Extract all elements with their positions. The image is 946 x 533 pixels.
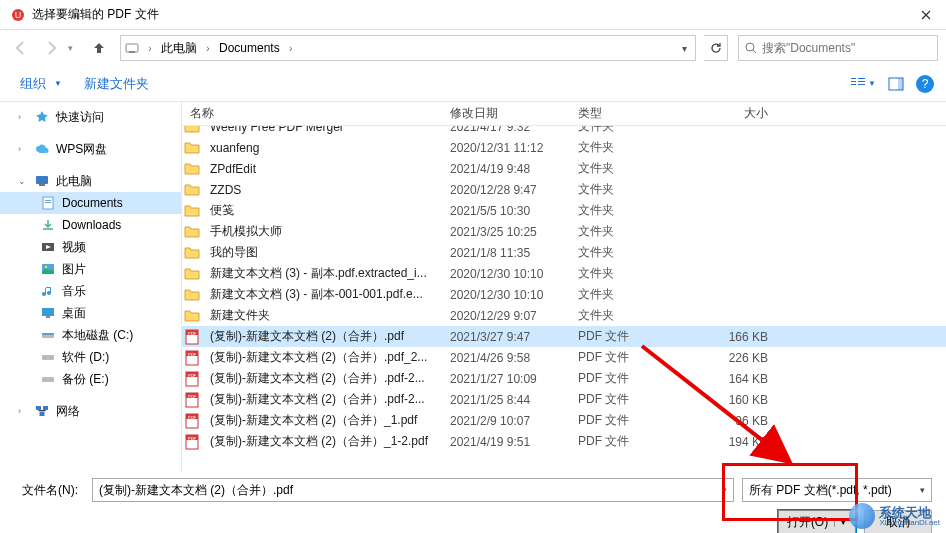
search-input[interactable]: [762, 41, 931, 55]
sidebar-item-diskc[interactable]: 本地磁盘 (C:): [0, 324, 181, 346]
chevron-down-icon[interactable]: ▼: [834, 518, 847, 527]
window-title: 选择要编辑的 PDF 文件: [32, 6, 906, 23]
close-button[interactable]: [906, 0, 946, 30]
drive-icon: [40, 327, 56, 343]
svg-rect-8: [858, 78, 865, 79]
sidebar-item-thispc[interactable]: ⌄此电脑: [0, 170, 181, 192]
folder-icon: [182, 126, 202, 135]
file-row[interactable]: xuanfeng2020/12/31 11:12文件夹: [182, 137, 946, 158]
svg-rect-24: [42, 333, 54, 335]
breadcrumb[interactable]: › 此电脑 › Documents › ▾: [120, 35, 696, 61]
col-name[interactable]: 名称: [182, 105, 442, 122]
open-button[interactable]: 打开(O) ▼: [778, 510, 856, 533]
sidebar-label: 此电脑: [56, 173, 92, 190]
chevron-down-icon[interactable]: ▼: [54, 79, 62, 88]
preview-pane-button[interactable]: [882, 77, 910, 91]
breadcrumb-dropdown[interactable]: ▾: [673, 43, 695, 54]
file-name: 新建文本文档 (3) - 副本-001-001.pdf.e...: [202, 286, 442, 303]
file-row[interactable]: 便笺2021/5/5 10:30文件夹: [182, 200, 946, 221]
file-row[interactable]: 新建文本文档 (3) - 副本-001-001.pdf.e...2020/12/…: [182, 284, 946, 305]
file-size: 164 KB: [678, 372, 788, 386]
download-icon: [40, 217, 56, 233]
svg-rect-21: [42, 308, 54, 316]
nav-back-button[interactable]: [8, 35, 34, 61]
file-row[interactable]: PDF(复制)-新建文本文档 (2)（合并）_1.pdf2021/2/9 10:…: [182, 410, 946, 431]
file-row[interactable]: PDF(复制)-新建文本文档 (2)（合并）.pdf_2...2021/4/26…: [182, 347, 946, 368]
file-row[interactable]: PDF(复制)-新建文本文档 (2)（合并）_1-2.pdf2021/4/19 …: [182, 431, 946, 452]
file-name: 新建文件夹: [202, 307, 442, 324]
sidebar-label: 软件 (D:): [62, 349, 109, 366]
newfolder-button[interactable]: 新建文件夹: [76, 71, 157, 97]
file-row[interactable]: ZPdfEdit2021/4/19 9:48文件夹: [182, 158, 946, 179]
file-list[interactable]: Weeny Free PDF Merger2021/4/17 9:32文件夹xu…: [182, 126, 946, 472]
file-type: PDF 文件: [570, 433, 678, 450]
file-row[interactable]: PDF(复制)-新建文本文档 (2)（合并）.pdf2021/3/27 9:47…: [182, 326, 946, 347]
sidebar-item-network[interactable]: ›网络: [0, 400, 181, 422]
file-date: 2021/2/9 10:07: [442, 414, 570, 428]
sidebar-item-music[interactable]: 音乐: [0, 280, 181, 302]
file-row[interactable]: 新建文本文档 (3) - 副本.pdf.extracted_i...2020/1…: [182, 263, 946, 284]
nav-up-button[interactable]: [86, 35, 112, 61]
col-date[interactable]: 修改日期: [442, 105, 570, 122]
file-row[interactable]: ZZDS2020/12/28 9:47文件夹: [182, 179, 946, 200]
folder-icon: [182, 308, 202, 324]
sidebar-item-diskd[interactable]: 软件 (D:): [0, 346, 181, 368]
file-type: PDF 文件: [570, 412, 678, 429]
file-row[interactable]: 新建文件夹2020/12/29 9:07文件夹: [182, 305, 946, 326]
file-type: 文件夹: [570, 160, 678, 177]
file-row[interactable]: Weeny Free PDF Merger2021/4/17 9:32文件夹: [182, 126, 946, 137]
column-headers[interactable]: 名称 修改日期 类型 大小: [182, 102, 946, 126]
breadcrumb-seg-thispc[interactable]: 此电脑: [157, 40, 201, 57]
file-row[interactable]: PDF(复制)-新建文本文档 (2)（合并）.pdf-2...2021/1/25…: [182, 389, 946, 410]
file-type: 文件夹: [570, 202, 678, 219]
svg-point-4: [746, 43, 754, 51]
folder-icon: [182, 140, 202, 156]
svg-rect-22: [46, 316, 50, 318]
chevron-down-icon[interactable]: ▾: [722, 485, 727, 495]
file-name: (复制)-新建文本文档 (2)（合并）_1-2.pdf: [202, 433, 442, 450]
cancel-button[interactable]: 取消: [864, 510, 932, 533]
help-button[interactable]: ?: [916, 75, 934, 93]
sidebar-label: 快速访问: [56, 109, 104, 126]
file-row[interactable]: 我的导图2021/1/8 11:35文件夹: [182, 242, 946, 263]
folder-icon: [182, 287, 202, 303]
chevron-down-icon: ⌄: [18, 176, 28, 186]
col-size[interactable]: 大小: [678, 105, 788, 122]
breadcrumb-root-icon: [121, 41, 143, 55]
sidebar-item-documents[interactable]: Documents: [0, 192, 181, 214]
sidebar-item-quick[interactable]: ›快速访问: [0, 106, 181, 128]
svg-rect-13: [36, 176, 48, 184]
file-date: 2021/1/25 8:44: [442, 393, 570, 407]
sidebar-item-pictures[interactable]: 图片: [0, 258, 181, 280]
sidebar-item-downloads[interactable]: Downloads: [0, 214, 181, 236]
pdf-icon: PDF: [182, 413, 202, 429]
sidebar-item-desktop[interactable]: 桌面: [0, 302, 181, 324]
nav-forward-button[interactable]: [38, 35, 64, 61]
chevron-down-icon[interactable]: ▾: [920, 485, 925, 495]
organize-button[interactable]: 组织: [12, 71, 54, 97]
video-icon: [40, 239, 56, 255]
col-type[interactable]: 类型: [570, 105, 678, 122]
search-box[interactable]: [738, 35, 938, 61]
file-date: 2020/12/31 11:12: [442, 141, 570, 155]
file-row[interactable]: PDF(复制)-新建文本文档 (2)（合并）.pdf-2...2021/1/27…: [182, 368, 946, 389]
file-row[interactable]: 手机模拟大师2021/3/25 10:25文件夹: [182, 221, 946, 242]
breadcrumb-seg-documents[interactable]: Documents: [215, 41, 284, 55]
file-date: 2021/4/17 9:32: [442, 126, 570, 134]
file-name: 手机模拟大师: [202, 223, 442, 240]
chevron-right-icon: ›: [18, 406, 28, 416]
refresh-button[interactable]: [704, 35, 728, 61]
nav-history-dropdown[interactable]: ▾: [68, 43, 82, 53]
filename-input[interactable]: (复制)-新建文本文档 (2)（合并）.pdf ▾: [92, 478, 734, 502]
pdf-icon: PDF: [182, 371, 202, 387]
svg-rect-25: [42, 355, 54, 360]
sidebar-item-wps[interactable]: ›WPS网盘: [0, 138, 181, 160]
file-type: PDF 文件: [570, 349, 678, 366]
sidebar-item-diske[interactable]: 备份 (E:): [0, 368, 181, 390]
file-type-filter[interactable]: 所有 PDF 文档(*.pdf, *.pdt) ▾: [742, 478, 932, 502]
view-mode-button[interactable]: ▼: [844, 77, 882, 91]
file-date: 2021/4/26 9:58: [442, 351, 570, 365]
sidebar-label: Downloads: [62, 218, 121, 232]
sidebar-item-videos[interactable]: 视频: [0, 236, 181, 258]
sidebar-label: 音乐: [62, 283, 86, 300]
